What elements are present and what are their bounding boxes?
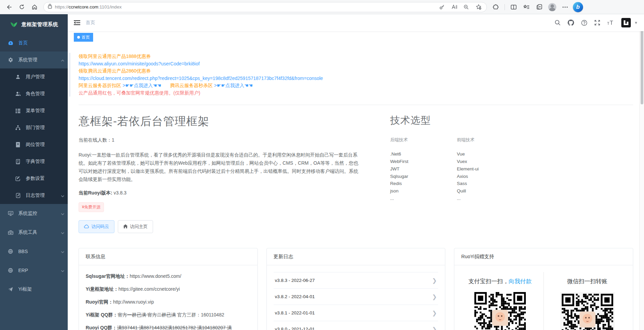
sidebar-item-system-monitor[interactable]: 系统监控 xyxy=(0,204,68,223)
lock-icon[interactable] xyxy=(48,4,52,10)
changelog-card: 更新日志 v3.8.3 - 2022-06-27❯ v3.8.2 - 2022-… xyxy=(266,248,446,330)
split-screen-icon[interactable] xyxy=(508,2,520,13)
tab-active-dot xyxy=(77,36,80,39)
chevron-right-icon: ❯ xyxy=(432,277,437,284)
extensions-icon[interactable] xyxy=(490,2,502,13)
svg-text:T: T xyxy=(610,20,613,26)
page-title: 意框架-若依后台管理框架 xyxy=(79,114,372,129)
paper-plane-icon xyxy=(7,287,14,292)
changelog-item[interactable]: v3.8.3 - 2022-06-27❯ xyxy=(274,272,438,289)
refresh-icon[interactable] xyxy=(16,2,28,13)
backend-tech-title: 后端技术 xyxy=(390,137,457,143)
url-text[interactable]: https://ccnetcore.com:1101/index xyxy=(55,4,436,9)
sidebar-item-system-mgmt[interactable]: 系统管理 xyxy=(0,51,68,68)
visit-gitee-button[interactable]: 访问码云 xyxy=(79,220,114,233)
sidebar-toggle-icon[interactable] xyxy=(74,20,80,25)
framework-description: Ruoyi:一直想做一款后台管理系统，看了很多优秀的开源项目但是发现没有合适自己… xyxy=(79,151,362,183)
zoom-out-icon[interactable] xyxy=(460,2,472,13)
redpack-note: 云产品通用红包，可叠加官网常规优惠使用。(仅限新用户) xyxy=(79,89,633,97)
favorite-add-icon[interactable] xyxy=(472,2,485,13)
online-count-line: 当前在线人数：1 xyxy=(79,137,372,143)
tencent-enter-link[interactable]: >☛☛点我进入☚☚ xyxy=(213,83,253,88)
alipay-qr-code xyxy=(474,292,526,330)
changelog-card-title: 更新日志 xyxy=(267,248,445,265)
app-logo[interactable]: 意框架管理系统 xyxy=(0,14,68,35)
user-avatar[interactable] xyxy=(621,18,631,27)
breadcrumb[interactable]: 首页 xyxy=(86,20,95,26)
aliyun-zone-text: 阿里云服务器折扣区 xyxy=(79,83,121,88)
home-icon[interactable] xyxy=(28,2,41,13)
tab-home[interactable]: 首页 xyxy=(74,33,93,42)
scrollbar-thumb[interactable] xyxy=(641,30,643,104)
changelog-item[interactable]: v3.8.2 - 2022-04-01❯ xyxy=(274,289,438,305)
browser-toolbar: https://ccnetcore.com:1101/index xyxy=(0,0,644,14)
tencent-zone-text: 腾讯云服务器秒杀区 xyxy=(170,83,213,88)
sidebar-item-role-mgmt[interactable]: 角色管理 xyxy=(0,85,68,102)
sidebar-item-yi-framework[interactable]: Yi框架 xyxy=(0,280,68,299)
chevron-right-icon: ❯ xyxy=(432,310,437,316)
dictionary-icon xyxy=(14,159,22,164)
tencent-coupon-text: 领取腾讯云通用云产品2860优惠券 xyxy=(79,67,633,75)
copilot-icon[interactable]: b xyxy=(572,2,584,13)
sidebar-item-bbs[interactable]: BBS xyxy=(0,242,68,261)
sidebar-item-label: 用户管理 xyxy=(26,74,45,80)
visit-homepage-button[interactable]: 访问主页 xyxy=(118,220,153,233)
sidebar-item-param-settings[interactable]: 参数设置 xyxy=(0,170,68,187)
sidebar-item-home[interactable]: 首页 xyxy=(0,35,68,51)
fullscreen-icon[interactable] xyxy=(594,20,600,26)
page-content: 领取阿里云通用云产品1888优惠券 https://www.aliyun.com… xyxy=(68,43,644,330)
sidebar-item-dict-mgmt[interactable]: 字典管理 xyxy=(0,153,68,170)
app-title: 意框架管理系统 xyxy=(21,21,58,28)
server-zones-line: 阿里云服务器折扣区 >☛☛点我进入☚☚腾讯云服务器秒杀区 >☛☛点我进入☚☚ xyxy=(79,82,633,89)
aliyun-enter-link[interactable]: >☛☛点我进入☚☚ xyxy=(121,83,161,88)
edit-icon xyxy=(14,176,22,181)
sidebar-item-user-mgmt[interactable]: 用户管理 xyxy=(0,68,68,85)
cloud-icon xyxy=(84,224,89,229)
changelog-item[interactable]: v3.8.1 - 2022-01-01❯ xyxy=(274,305,438,321)
tab-actions-icon[interactable] xyxy=(533,2,545,13)
changelog-item[interactable]: v3.8.0 - 2021-12-01❯ xyxy=(274,321,438,330)
sidebar-item-post-mgmt[interactable]: 岗位管理 xyxy=(0,136,68,153)
toolbar-divider xyxy=(505,4,505,10)
contact-row-ruoyi: Ruoyi官网：http://www.ruoyi.vip xyxy=(86,298,251,306)
cards-row: 联系信息 Sqlsugar官网地址：https://www.donet5.com… xyxy=(79,248,633,330)
sidebar-item-label: ERP xyxy=(18,268,28,273)
globe-icon xyxy=(7,249,14,254)
more-menu-icon[interactable] xyxy=(559,2,571,13)
sidebar-item-log-mgmt[interactable]: 日志管理 xyxy=(0,187,68,204)
contact-row-sqlsugar: Sqlsugar官网地址：https://www.donet5.com/ xyxy=(86,273,251,280)
sidebar-item-dept-mgmt[interactable]: 部门管理 xyxy=(0,119,68,136)
chevron-right-icon: ❯ xyxy=(432,293,437,300)
collections-icon[interactable] xyxy=(520,2,533,13)
donate-card: RuoYi捐赠支持 支付宝扫一扫，向我付款 微信扫一扫转账 xyxy=(454,248,633,330)
sidebar-item-label: 日志管理 xyxy=(26,192,45,199)
alipay-pay-link[interactable]: 向我付款 xyxy=(509,278,532,285)
wechat-donate-column: 微信扫一扫转账 xyxy=(543,272,631,330)
caret-down-icon[interactable]: ▼ xyxy=(634,21,638,25)
password-key-icon[interactable] xyxy=(436,2,448,13)
tencent-coupon-link[interactable]: https://cloud.tencent.com/redirect.php?r… xyxy=(79,75,633,82)
profile-icon[interactable] xyxy=(546,2,558,13)
free-open-source-badge: ¥免费开源 xyxy=(79,202,104,212)
search-icon[interactable] xyxy=(555,20,561,26)
font-size-icon[interactable]: TT xyxy=(607,20,615,26)
github-icon[interactable] xyxy=(567,19,574,26)
app-shell: 意框架管理系统 首页 系统管理 用户管理 xyxy=(0,14,644,330)
wechat-qr-code xyxy=(562,294,613,330)
tags-view-bar: 首页 xyxy=(68,31,644,43)
sidebar-item-system-tools[interactable]: 系统工具 xyxy=(0,223,68,242)
sidebar-item-menu-mgmt[interactable]: 菜单管理 xyxy=(0,102,68,119)
gear-icon xyxy=(7,57,14,63)
wechat-title: 微信扫一扫转账 xyxy=(544,277,631,285)
contact-card-title: 联系信息 xyxy=(79,248,257,265)
alipay-title: 支付宝扫一扫，向我付款 xyxy=(456,277,543,285)
read-aloud-icon[interactable] xyxy=(448,2,460,13)
back-icon[interactable] xyxy=(3,2,15,13)
sidebar-item-label: Yi框架 xyxy=(18,286,32,292)
version-line: 当前Ruoyi版本: v3.8.3 xyxy=(79,190,372,196)
address-bar[interactable]: https://ccnetcore.com:1101/index xyxy=(43,2,487,12)
sidebar-item-erp[interactable]: ERP xyxy=(0,261,68,280)
aliyun-coupon-link[interactable]: https://www.aliyun.com/minisite/goods?us… xyxy=(79,60,633,68)
page-scrollbar[interactable] xyxy=(639,14,644,330)
help-icon[interactable] xyxy=(581,20,587,26)
